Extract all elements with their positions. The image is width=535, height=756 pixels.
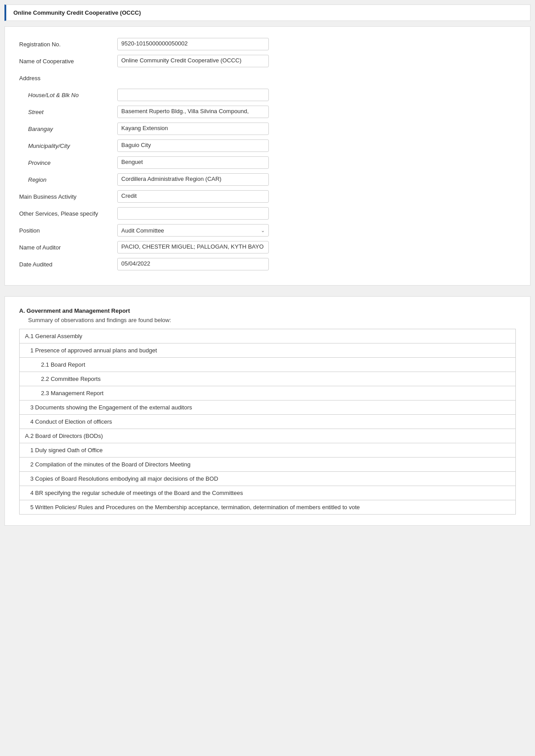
position-select[interactable]: Audit Committee ⌄ <box>117 224 269 237</box>
report-section: A. Government and Management Report Summ… <box>4 296 531 526</box>
registration-input[interactable]: 9520-1015000000050002 <box>117 38 269 50</box>
table-row: 2.1 Board Report <box>20 358 515 372</box>
house-lot-input[interactable] <box>117 89 269 101</box>
region-input[interactable]: Cordillera Administrative Region (CAR) <box>117 173 269 186</box>
barangay-label: Barangay <box>19 126 117 132</box>
table-row: 2 Compilation of the minutes of the Boar… <box>20 458 515 472</box>
address-row: Address <box>19 71 516 85</box>
other-services-input[interactable] <box>117 207 269 220</box>
observations-table: A.1 General Assembly1 Presence of approv… <box>19 329 516 515</box>
region-label: Region <box>19 176 117 183</box>
barangay-row: Barangay Kayang Extension <box>19 122 516 135</box>
other-services-label: Other Services, Please specify <box>19 210 117 217</box>
table-row: 4 BR specifying the regular schedule of … <box>20 486 515 500</box>
table-row: 3 Documents showing the Engagement of th… <box>20 400 515 415</box>
barangay-input[interactable]: Kayang Extension <box>117 123 269 135</box>
table-row: 4 Conduct of Election of officers <box>20 415 515 429</box>
position-value: Audit Committee <box>121 227 164 234</box>
province-row: Province Benguet <box>19 156 516 169</box>
house-lot-label: House/Lot & Blk No <box>19 92 117 98</box>
header-title: Online Community Credit Cooperative (OCC… <box>13 9 141 16</box>
coop-name-row: Name of Cooperative Online Community Cre… <box>19 54 516 68</box>
report-summary-text: Summary of observations and findings are… <box>19 317 516 323</box>
address-label: Address <box>19 75 117 82</box>
registration-label: Registration No. <box>19 41 117 48</box>
auditor-input[interactable]: PACIO, CHESTER MIGUEL; PALLOGAN, KYTH BA… <box>117 241 269 253</box>
municipality-row: Municipality/City Baguio City <box>19 139 516 152</box>
other-services-row: Other Services, Please specify <box>19 207 516 220</box>
chevron-down-icon: ⌄ <box>261 228 265 233</box>
province-label: Province <box>19 159 117 166</box>
report-section-title: A. Government and Management Report <box>19 307 516 314</box>
table-row: A.2 Board of Directors (BODs) <box>20 429 515 443</box>
municipality-input[interactable]: Baguio City <box>117 139 269 152</box>
street-row: Street Basement Ruperto Bldg., Villa Sil… <box>19 105 516 119</box>
municipality-label: Municipality/City <box>19 143 117 149</box>
date-audited-input[interactable]: 05/04/2022 <box>117 258 269 270</box>
table-row: 5 Written Policies/ Rules and Procedures… <box>20 500 515 514</box>
auditor-label: Name of Auditor <box>19 244 117 251</box>
street-label: Street <box>19 109 117 115</box>
main-business-label: Main Business Activity <box>19 193 117 200</box>
table-row: A.1 General Assembly <box>20 329 515 343</box>
coop-name-input[interactable]: Online Community Credit Cooperative (OCC… <box>117 55 269 67</box>
province-input[interactable]: Benguet <box>117 156 269 169</box>
position-row: Position Audit Committee ⌄ <box>19 224 516 237</box>
main-business-input[interactable]: Credit <box>117 190 269 203</box>
table-row: 3 Copies of Board Resolutions embodying … <box>20 472 515 486</box>
registration-row: Registration No. 9520-1015000000050002 <box>19 37 516 51</box>
main-business-row: Main Business Activity Credit <box>19 190 516 203</box>
header-bar: Online Community Credit Cooperative (OCC… <box>4 4 531 21</box>
page-wrapper: Online Community Credit Cooperative (OCC… <box>0 0 535 756</box>
region-row: Region Cordillera Administrative Region … <box>19 173 516 186</box>
position-label: Position <box>19 227 117 234</box>
table-row: 2.2 Committee Reports <box>20 372 515 386</box>
table-row: 2.3 Management Report <box>20 386 515 400</box>
coop-name-label: Name of Cooperative <box>19 58 117 65</box>
table-row: 1 Duly signed Oath of Office <box>20 443 515 458</box>
date-audited-row: Date Audited 05/04/2022 <box>19 257 516 271</box>
street-input[interactable]: Basement Ruperto Bldg., Villa Silvina Co… <box>117 106 269 118</box>
date-audited-label: Date Audited <box>19 261 117 268</box>
main-card: Registration No. 9520-1015000000050002 N… <box>4 26 531 286</box>
auditor-row: Name of Auditor PACIO, CHESTER MIGUEL; P… <box>19 241 516 254</box>
table-row: 1 Presence of approved annual plans and … <box>20 343 515 358</box>
house-lot-row: House/Lot & Blk No <box>19 88 516 102</box>
